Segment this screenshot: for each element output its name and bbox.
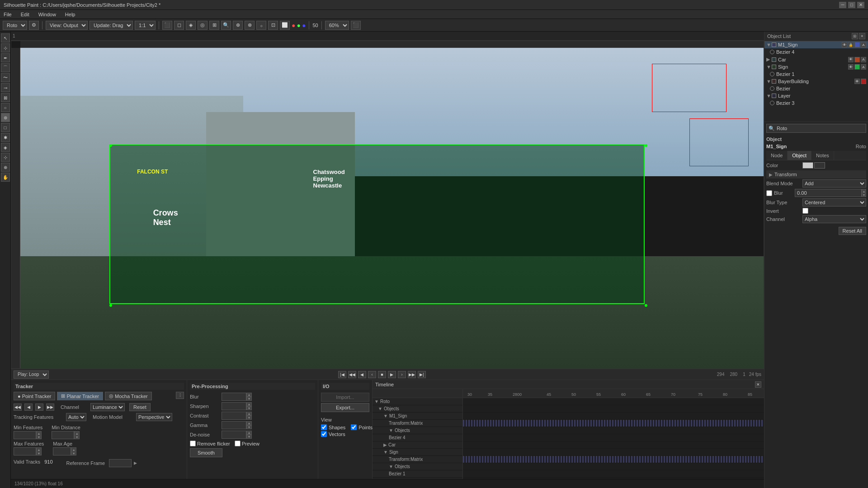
vectors-checkbox[interactable] [321,431,327,437]
color-swatch-white[interactable] [802,162,813,169]
sign-color-icon[interactable] [854,64,860,70]
obj-list-close-btn[interactable]: ✕ [859,33,865,39]
proc-blur-up[interactable]: ▲ [246,393,252,397]
tracker-play-btn[interactable]: ▶ [35,404,43,411]
toolbar-btn-11[interactable]: ⬜ [280,21,290,30]
min-features-input[interactable]: 200 [14,431,36,439]
tab-object[interactable]: Object [788,151,811,160]
tool-pen[interactable]: ✒ [1,53,10,62]
proc-denoise-down[interactable]: ▼ [246,435,252,439]
tracker-next-btn[interactable]: ▶▶ [46,404,54,411]
sign-alpha-icon[interactable]: A [861,64,866,70]
tool-zoom[interactable]: ⊕ [1,163,10,172]
proc-sharpen-arrows[interactable]: ▲ ▼ [246,402,252,410]
tool-paint[interactable]: ✱ [1,133,10,142]
tab-node[interactable]: Node [766,151,788,160]
menu-window[interactable]: Window [37,12,58,17]
obj-item-sign[interactable]: ▼ Sign 👁 A [764,63,868,70]
toolbar-btn-8[interactable]: ⊗ [245,21,255,30]
blur-arrows[interactable]: ▲▼ [862,189,866,197]
m1sign-lock-icon[interactable]: 🔒 [848,42,854,47]
max-features-input[interactable]: 1000 [14,447,36,455]
proc-blur-input[interactable]: 0.00 [222,393,246,401]
proc-denoise-arrows[interactable]: ▲ ▼ [246,431,252,439]
tab-planar-tracker[interactable]: ⊞ Planar Tracker [57,392,103,400]
proc-denoise-up[interactable]: ▲ [246,431,252,435]
tool-eraser[interactable]: ◈ [1,143,10,152]
car-alpha-icon[interactable]: A [861,57,866,62]
search-input[interactable] [777,126,864,131]
minimize-button[interactable]: ─ [839,2,846,8]
bayerbuilding-color-icon[interactable] [861,79,866,84]
reset-btn[interactable]: Reset [129,403,151,411]
tool-select[interactable]: ⊹ [1,43,10,52]
m1sign-vis-icon[interactable]: 👁 [842,42,847,47]
invert-checkbox[interactable] [802,208,808,214]
obj-item-layer[interactable]: ▼ Layer [764,92,868,99]
tool-rect[interactable]: □ [1,123,10,132]
color-swatch-dark[interactable] [814,162,825,169]
tab-notes[interactable]: Notes [811,151,834,160]
tool-hand[interactable]: ✋ [1,173,10,182]
blend-mode-select[interactable]: Add Multiply Screen [802,179,866,188]
car-color-icon[interactable] [854,57,860,62]
view-select[interactable]: View: Output [46,21,88,30]
max-age-arrows[interactable]: ▲▼ [71,447,76,455]
toolbar-settings-btn[interactable]: ⚙ [29,21,39,30]
proc-sharpen-input[interactable]: 0.00 [222,402,246,410]
play-prev-frame-btn[interactable]: ◀ [358,371,366,378]
zoom-fit-btn[interactable]: ⬛ [351,21,361,30]
tab-mocha-tracker[interactable]: ◎ Mocha Tracker [105,392,152,400]
proc-gamma-input[interactable]: 0.00 [222,421,246,429]
toolbar-btn-10[interactable]: ⊡ [268,21,278,30]
bayerbuilding-vis-icon[interactable]: 👁 [854,79,860,84]
tool-eyedrop[interactable]: ⊹ [1,153,10,162]
blur-type-select[interactable]: Centered Forward Backward [802,198,866,206]
obj-item-bezier1[interactable]: Bezier 1 [764,70,868,78]
shapes-checkbox[interactable] [321,424,327,430]
play-step-fwd-btn[interactable]: › [398,371,406,378]
proc-contrast-arrows[interactable]: ▲ ▼ [246,412,252,420]
tool-bspline[interactable]: 〜 [1,73,10,82]
obj-list-expand-btn[interactable]: ⊞ [852,33,858,39]
reset-all-btn[interactable]: Reset All [839,227,866,235]
blur-enable-checkbox[interactable] [766,190,772,196]
proc-gamma-arrows[interactable]: ▲ ▼ [246,421,252,429]
tab-point-tracker[interactable]: ● Point Tracker [14,392,55,400]
obj-item-bayerbuilding[interactable]: ▼ BayerBuilding 👁 [764,78,868,85]
play-to-end-btn[interactable]: ▶| [418,371,426,378]
toolbar-btn-1[interactable]: ⬛ [162,21,172,30]
tool-magnet[interactable]: ⊸ [1,83,10,92]
remove-flicker-label[interactable]: Remove flicker [190,441,230,446]
obj-item-bezier3[interactable]: Bezier 3 [764,99,868,107]
toolbar-btn-9[interactable]: ⬦ [256,21,266,30]
tool-circle[interactable]: ○ [1,103,10,112]
proc-gamma-down[interactable]: ▼ [246,425,252,429]
ref-frame-input[interactable]: 280 [109,459,132,467]
import-btn[interactable]: Import... [321,393,369,402]
max-features-arrows[interactable]: ▲▼ [36,447,42,455]
tracking-features-select[interactable]: Auto [66,413,86,421]
channel-select[interactable]: Luminance [90,403,125,411]
obj-item-m1sign[interactable]: ▼ M1_Sign 👁 🔒 A [764,41,868,48]
tracker-prev-btn[interactable]: ◀◀ [14,404,22,411]
proc-gamma-up[interactable]: ▲ [246,421,252,425]
zoom-percent-select[interactable]: 60% [325,21,349,30]
blur-value-input[interactable] [795,189,862,197]
ref-frame-pick-btn[interactable]: ▸ [134,459,137,466]
menu-edit[interactable]: Edit [19,12,31,17]
toolbar-btn-5[interactable]: ⊞ [209,21,219,30]
max-age-input[interactable]: 10 [53,447,71,455]
proc-blur-down[interactable]: ▼ [246,397,252,401]
tracker-step-back-btn[interactable]: ◀ [24,404,33,411]
tracker-settings-icon[interactable]: ⋮ [176,392,184,399]
min-features-arrows[interactable]: ▲▼ [36,431,42,439]
export-btn[interactable]: Export... [321,403,369,412]
play-mode-select[interactable]: Play: Loop [14,371,49,379]
tool-active[interactable]: ⊛ [1,113,10,122]
obj-item-bezier[interactable]: Bezier [764,85,868,92]
channel-select-props[interactable]: Alpha RGB Luma [802,215,866,223]
toolbar-btn-7[interactable]: ⊕ [233,21,243,30]
points-checkbox[interactable] [351,424,357,430]
proc-sharpen-down[interactable]: ▼ [246,406,252,410]
